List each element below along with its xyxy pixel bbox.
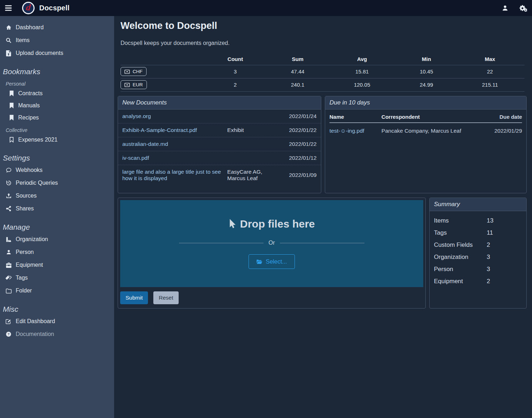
upload-icon [5, 193, 12, 199]
user-menu-icon[interactable] [502, 5, 508, 11]
sidebar-item-label: Edit Dashboard [16, 318, 55, 325]
list-item: Exhibit-A-Sample-Contract.pdf Exhibit 20… [118, 123, 321, 137]
summary-row: Equipment 2 [434, 275, 522, 287]
due-col-date: Due date [485, 112, 522, 123]
document-link[interactable]: large file and also a large title just t… [122, 169, 227, 182]
file-upload-icon [5, 50, 12, 56]
list-item: iv-scan.pdf 2022/01/12 [118, 151, 321, 165]
sidebar-item-label: Dasbhoard [16, 24, 44, 31]
sidebar-section-manage: Manage [0, 215, 114, 233]
bookmark-label: Recipes [18, 114, 39, 121]
bookmark-label: Expenses 2021 [18, 137, 57, 143]
stat-value: 15.81 [327, 65, 398, 78]
sidebar-item-recipes[interactable]: Recipes [0, 112, 114, 124]
summary-label: Custom Fields [434, 241, 487, 249]
bookmarks-collective-label: Collective [0, 124, 114, 134]
new-documents-panel: New Documents analyse.org 2022/01/24 Exh… [118, 96, 321, 193]
industry-icon [5, 237, 12, 242]
document-link[interactable]: analyse.org [122, 113, 227, 119]
document-correspondent: Pancake Company, Marcus Leaf [382, 123, 486, 134]
sidebar: Dasbhoard Items Upload documents Bookmar… [0, 16, 114, 418]
stat-value: 22 [455, 65, 525, 78]
sidebar-item-webhooks[interactable]: Webhooks [0, 164, 114, 177]
stats-table: Count Sum Avg Min Max CHF [121, 53, 525, 92]
comment-icon [5, 167, 12, 173]
settings-cogs-icon[interactable] [519, 5, 527, 12]
menu-toggle-button[interactable] [0, 0, 16, 16]
currency-label: EUR [133, 82, 143, 87]
due-col-correspondent: Correspondent [382, 112, 486, 123]
summary-value: 2 [487, 241, 490, 249]
document-link[interactable]: test-☺-ing.pdf [329, 128, 364, 134]
sidebar-item-shares[interactable]: Shares [0, 202, 114, 215]
document-date: 2022/01/09 [280, 172, 317, 178]
list-item: australian-date.md 2022/01/22 [118, 137, 321, 151]
summary-value: 13 [487, 217, 493, 224]
sidebar-item-tags[interactable]: Tags [0, 271, 114, 284]
sidebar-item-sources[interactable]: Sources [0, 189, 114, 202]
share-nodes-icon [5, 206, 12, 211]
stat-value: 24.99 [398, 78, 456, 91]
stat-value: 2 [202, 78, 269, 91]
select-files-button[interactable]: Select... [249, 254, 295, 269]
stats-col-avg: Avg [327, 53, 398, 65]
page-title: Welcome to Docspell [121, 20, 527, 31]
upload-panel: Drop files here Or Select... [118, 198, 426, 309]
table-row: CHF 3 47.44 15.81 10.45 22 [121, 65, 525, 78]
bookmark-filled-icon [9, 115, 14, 121]
sidebar-item-label: Upload documents [16, 50, 63, 56]
sidebar-item-contracts[interactable]: Contracts [0, 87, 114, 100]
summary-label: Tags [434, 229, 487, 236]
document-date: 2022/01/22 [280, 141, 317, 147]
document-link[interactable]: iv-scan.pdf [122, 155, 227, 161]
bookmarks-personal-label: Personal [0, 77, 114, 87]
sidebar-item-equipment[interactable]: Equipment [0, 259, 114, 271]
due-table: Name Correspondent Due date test-☺-ing.p… [329, 112, 522, 134]
sidebar-item-folder[interactable]: Folder [0, 284, 114, 297]
bookmark-outline-icon [9, 137, 14, 143]
sidebar-item-label: Periodic Queries [16, 180, 58, 186]
sidebar-item-dashboard[interactable]: Dasbhoard [0, 21, 114, 34]
document-link[interactable]: australian-date.md [122, 141, 227, 147]
summary-row: Custom Fields 2 [434, 239, 522, 251]
table-row: EUR 2 240.1 120.05 24.99 215.11 [121, 78, 525, 91]
dropzone-label: Drop files here [240, 218, 315, 230]
app-title: Docspell [39, 4, 70, 12]
stats-col-min: Min [398, 53, 456, 65]
file-dropzone[interactable]: Drop files here Or Select... [120, 200, 423, 287]
submit-button[interactable]: Submit [120, 291, 148, 304]
docspell-logo: d [22, 2, 35, 14]
sidebar-item-label: Documentation [16, 331, 54, 337]
sidebar-item-periodic-queries[interactable]: Periodic Queries [0, 177, 114, 189]
history-icon [5, 180, 12, 186]
sidebar-item-manuals[interactable]: Manuals [0, 100, 114, 112]
sidebar-item-upload-documents[interactable]: Upload documents [0, 47, 114, 60]
sidebar-item-expenses-2021[interactable]: Expenses 2021 [0, 134, 114, 146]
sidebar-item-person[interactable]: Person [0, 246, 114, 259]
sidebar-item-documentation[interactable]: ? Documentation [0, 328, 114, 341]
sidebar-item-organization[interactable]: Organization [0, 233, 114, 246]
list-item: analyse.org 2022/01/24 [118, 109, 321, 123]
currency-badge-chf: CHF [121, 67, 147, 76]
sidebar-item-label: Shares [16, 205, 34, 212]
sidebar-item-items[interactable]: Items [0, 34, 114, 47]
money-bill-icon [124, 83, 130, 87]
summary-panel: Summary Items 13 Tags 11 Custom Fields 2 [429, 198, 527, 309]
summary-label: Person [434, 266, 487, 273]
sidebar-section-settings: Settings [0, 146, 114, 164]
topbar-actions [502, 5, 532, 12]
or-label: Or [268, 240, 275, 246]
document-link[interactable]: Exhibit-A-Sample-Contract.pdf [122, 127, 227, 133]
topbar: d Docspell [0, 0, 532, 16]
page-subtitle: Docspell keeps your documents organized. [121, 40, 527, 46]
sidebar-item-edit-dashboard[interactable]: Edit Dashboard [0, 315, 114, 328]
sidebar-item-label: Person [16, 249, 34, 255]
summary-row: Person 3 [434, 263, 522, 275]
folder-icon [5, 288, 12, 294]
currency-label: CHF [133, 69, 143, 74]
edit-icon [5, 318, 12, 324]
toolbox-icon [5, 262, 12, 268]
sidebar-item-label: Equipment [16, 262, 43, 268]
panel-title: New Documents [118, 96, 321, 109]
reset-button[interactable]: Reset [153, 291, 179, 304]
